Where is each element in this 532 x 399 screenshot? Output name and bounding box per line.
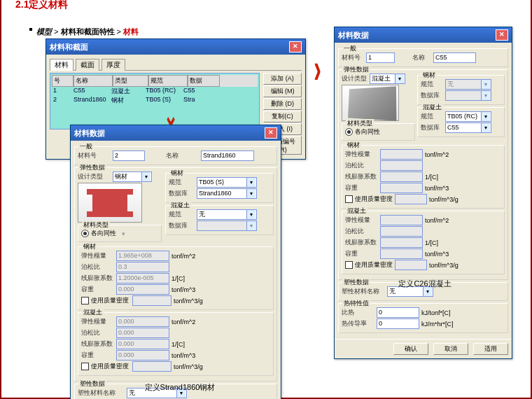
preview-icon <box>342 85 399 121</box>
steel-code-combo[interactable]: TB05 (S) <box>197 177 257 188</box>
titlebar[interactable]: 材料数据✕ <box>335 27 512 43</box>
bullet <box>29 28 32 31</box>
dialog-material-data-steel: 材料数据✕ 一般 材料号2 名称Strand1860 弹性数据 设计类型钢材 材… <box>70 125 281 399</box>
mass-check-2[interactable] <box>345 261 353 269</box>
steel-db-combo[interactable]: Strand1860 <box>197 188 257 199</box>
preview-icon <box>78 183 142 223</box>
dialog-material-data-concrete: 材料数据✕ 一般 材料号1 名称C55 弹性数据 设计类型混凝土 材料类型 各向… <box>334 27 512 359</box>
chevron-right-icon: › <box>314 45 321 92</box>
radio-iso[interactable] <box>345 128 353 136</box>
mass-check-2[interactable] <box>81 363 89 370</box>
mass-check[interactable] <box>345 195 353 203</box>
tab-thickness[interactable]: 厚度 <box>102 59 125 71</box>
copy-button[interactable]: 复制(C) <box>263 111 302 122</box>
bc-model: 模型 <box>36 27 52 36</box>
tab-material[interactable]: 材料 <box>50 59 74 71</box>
id-field[interactable]: 2 <box>113 150 145 161</box>
type-combo[interactable]: 钢材 <box>113 172 152 182</box>
add-button[interactable]: 添加 (A) <box>263 73 302 85</box>
id-field[interactable]: 1 <box>366 52 395 63</box>
name-field[interactable]: Strand1860 <box>201 150 254 161</box>
delete-button[interactable]: 删除 (D) <box>263 98 302 110</box>
bc-props: 材料和截面特性 <box>61 27 115 36</box>
breadcrumb: 模型 > 材料和截面特性 > 材料 <box>36 27 139 37</box>
material-table[interactable]: 号名称类型规范数据 1C55混凝土TB05 (RC)C55 2Strand186… <box>50 73 260 130</box>
radio-iso[interactable] <box>81 230 89 237</box>
conc-code-combo[interactable]: TB05 (RC) <box>445 111 491 122</box>
conc-code-combo[interactable]: 无 <box>197 209 257 220</box>
table-row[interactable]: 2Strand1860钢材TB05 (S)Stra <box>52 96 258 105</box>
titlebar[interactable]: 材料数据✕ <box>71 125 281 141</box>
cancel-button[interactable]: 取消 <box>433 343 468 355</box>
type-combo[interactable]: 混凝土 <box>370 74 405 84</box>
apply-button[interactable]: 适用 <box>473 343 508 355</box>
spheat-field[interactable]: 0 <box>377 307 419 318</box>
titlebar[interactable]: 材料和截面 ✕ <box>46 39 305 55</box>
conduct-field[interactable]: 0 <box>377 318 419 329</box>
table-row[interactable]: 1C55混凝土TB05 (RC)C55 <box>52 87 258 96</box>
section-title: 2.1定义材料 <box>15 0 68 11</box>
close-icon[interactable]: ✕ <box>265 127 277 139</box>
tab-section[interactable]: 截面 <box>76 59 99 71</box>
mass-check[interactable] <box>81 297 89 304</box>
close-icon[interactable]: ✕ <box>289 41 302 52</box>
edit-button[interactable]: 编辑 (M) <box>263 85 302 97</box>
dialog-title: 材料和截面 <box>50 42 88 52</box>
conc-db-combo <box>197 220 257 231</box>
conc-db-combo[interactable]: C55 <box>445 122 491 133</box>
caption-strand: 定义Strand1860钢材 <box>127 382 232 393</box>
dialog-title: 材料数据 <box>74 128 105 139</box>
tabs: 材料 截面 厚度 <box>50 58 302 71</box>
close-icon[interactable]: ✕ <box>496 29 508 41</box>
ok-button[interactable]: 确认 <box>393 343 428 355</box>
name-field[interactable]: C55 <box>433 52 476 63</box>
caption-concrete: 定义C26混凝土 <box>372 279 477 289</box>
dialog-title: 材料数据 <box>338 30 369 41</box>
bc-material: 材料 <box>123 27 139 36</box>
